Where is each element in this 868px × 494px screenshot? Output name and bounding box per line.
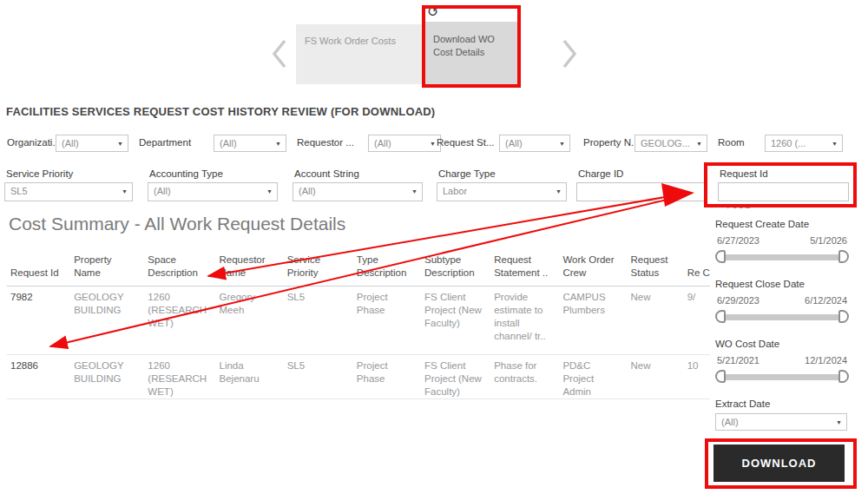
cell-0-4[interactable]: SL5 (284, 287, 353, 355)
section-title: Cost Summary - All Work Request Details (9, 214, 345, 234)
download-button[interactable]: DOWNLOAD (713, 445, 845, 482)
slider-track-request-create-date[interactable] (718, 254, 846, 260)
chevron-down-icon: ▼ (696, 141, 702, 147)
cell-1-0[interactable]: 12886 (7, 355, 70, 399)
chevron-down-icon: ▼ (122, 188, 128, 194)
cell-0-8[interactable]: CAMPUS Plumbers (559, 287, 627, 355)
selected-value: (All) (299, 186, 316, 196)
slider-end-date: 12/1/2024 (805, 355, 847, 366)
cell-1-10[interactable]: 10 (684, 355, 710, 399)
filter-input-request-id[interactable] (718, 182, 849, 201)
column-header-1[interactable]: Property Name (70, 254, 144, 287)
filter-select-accounting-type[interactable]: (All)▼ (148, 182, 278, 201)
request-id-partial-value: 7982 (726, 204, 764, 214)
cell-1-5[interactable]: Project Phase (353, 355, 421, 399)
filter-select-room[interactable]: 1260 (...▼ (765, 135, 843, 152)
slider-dates-request-close-date: 6/29/20236/12/2024 (717, 295, 847, 306)
chevron-down-icon: ▼ (430, 141, 436, 147)
cell-0-0[interactable]: 7982 (7, 287, 70, 355)
column-header-4[interactable]: Service Priority (284, 254, 353, 287)
chevron-down-icon: ▼ (556, 188, 562, 194)
extract-date-label: Extract Date (715, 398, 770, 409)
filter-label-account-string: Account String (294, 168, 359, 179)
selected-value: Labor (443, 186, 467, 196)
selected-value: (All) (721, 417, 739, 427)
column-header-3[interactable]: Requestor Name (216, 254, 284, 287)
column-header-7[interactable]: Request Statement .. (490, 254, 559, 287)
cell-1-3[interactable]: Linda Bejenaru (216, 355, 284, 399)
refresh-icon[interactable]: ↺ (427, 3, 438, 20)
filter-label-property-name: Property N... (583, 137, 640, 148)
filter-select-requestor[interactable]: (All)▼ (368, 135, 441, 152)
cell-0-6[interactable]: FS Client Project (New Faculty) (421, 287, 490, 355)
slider-end-date: 6/12/2024 (805, 295, 847, 306)
filter-select-organization[interactable]: (All)▼ (56, 135, 128, 152)
filter-label-request-close-date: Request Close Date (715, 279, 805, 289)
cell-1-4[interactable]: SL5 (284, 355, 353, 399)
cell-0-9[interactable]: New (628, 287, 684, 355)
column-header-2[interactable]: Space Description (144, 254, 215, 287)
cell-1-2[interactable]: 1260 (RESEARCH WET) (144, 355, 215, 399)
selected-value: (All) (220, 138, 237, 148)
slider-track-wo-cost-date[interactable] (718, 374, 846, 380)
slider-start-date: 6/27/2023 (717, 235, 760, 246)
filter-select-property-name[interactable]: GEOLOG...▼ (635, 135, 707, 152)
filter-select-service-priority[interactable]: SL5▼ (4, 182, 133, 201)
cell-0-7[interactable]: Provide estimate to install channel/ tr.… (490, 287, 559, 355)
cell-1-8[interactable]: PD&C Project Admin (559, 355, 627, 399)
cell-1-7[interactable]: Phase for contracts. (490, 355, 559, 399)
slider-start-date: 5/21/2021 (717, 355, 760, 366)
column-header-0[interactable]: Request Id (7, 254, 70, 287)
chevron-down-icon: ▼ (836, 419, 842, 425)
dashboard: FS Work Order Costs ↺ Download WO Cost D… (0, 0, 868, 494)
cell-1-6[interactable]: FS Client Project (New Faculty) (421, 355, 490, 399)
cell-0-5[interactable]: Project Phase (353, 287, 421, 355)
column-header-6[interactable]: Subtype Description (421, 254, 490, 287)
filter-select-request-status[interactable]: (All)▼ (499, 135, 570, 152)
chevron-down-icon: ▼ (559, 141, 565, 147)
cell-0-10[interactable]: 9/ (684, 287, 710, 355)
slider-start-date: 6/29/2023 (717, 295, 760, 306)
column-header-5[interactable]: Type Description (353, 254, 421, 287)
chevron-left-icon[interactable] (271, 39, 288, 69)
cell-1-1[interactable]: GEOLOGY BUILDING (70, 355, 144, 399)
chevron-down-icon: ▼ (411, 188, 418, 194)
column-header-9[interactable]: Request Status (628, 254, 684, 287)
filter-label-requestor: Requestor ... (297, 137, 354, 148)
chevron-right-icon[interactable] (561, 39, 578, 69)
slider-handle-right[interactable] (838, 370, 849, 383)
filter-label-service-priority: Service Priority (6, 168, 73, 179)
selected-value: (All) (505, 138, 523, 148)
filter-label-charge-type: Charge Type (438, 168, 496, 179)
chevron-down-icon: ▼ (266, 188, 273, 194)
slider-dates-request-create-date: 6/27/20235/1/2026 (717, 235, 847, 246)
filter-label-department: Department (139, 137, 191, 148)
column-header-10[interactable]: Re Cr (684, 254, 710, 287)
extract-date-select[interactable]: (All) ▼ (715, 413, 847, 431)
slider-handle-right[interactable] (838, 250, 849, 263)
cell-1-9[interactable]: New (628, 355, 684, 399)
filter-select-charge-type[interactable]: Labor▼ (437, 182, 567, 201)
column-header-8[interactable]: Work Order Crew (559, 254, 627, 287)
slider-track-request-close-date[interactable] (718, 314, 846, 320)
table-row: 12886GEOLOGY BUILDING1260 (RESEARCH WET)… (7, 355, 710, 399)
cell-0-3[interactable]: Gregory Meeh (216, 287, 284, 355)
slider-handle-right[interactable] (838, 310, 849, 323)
cost-summary-table-wrap: Request IdProperty NameSpace Description… (7, 254, 710, 403)
selected-value: GEOLOG... (641, 138, 690, 148)
tab-fs-work-order-costs[interactable]: FS Work Order Costs (296, 24, 424, 84)
filter-input-charge-id[interactable] (576, 182, 705, 201)
selected-value: SL5 (10, 186, 28, 196)
filter-label-room: Room (718, 137, 745, 148)
slider-handle-left[interactable] (715, 310, 726, 323)
filter-label-wo-cost-date: WO Cost Date (715, 339, 779, 349)
filter-select-account-string[interactable]: (All)▼ (293, 182, 423, 201)
cell-0-2[interactable]: 1260 (RESEARCH WET) (144, 287, 215, 355)
filter-select-department[interactable]: (All)▼ (214, 135, 286, 152)
slider-handle-left[interactable] (715, 370, 726, 383)
filter-label-request-id: Request Id (720, 168, 768, 179)
cost-summary-table: Request IdProperty NameSpace Description… (7, 254, 710, 399)
cell-0-1[interactable]: GEOLOGY BUILDING (70, 287, 144, 355)
slider-handle-left[interactable] (715, 250, 726, 263)
tab-download-wo-cost-details[interactable]: Download WO Cost Details (424, 22, 519, 84)
